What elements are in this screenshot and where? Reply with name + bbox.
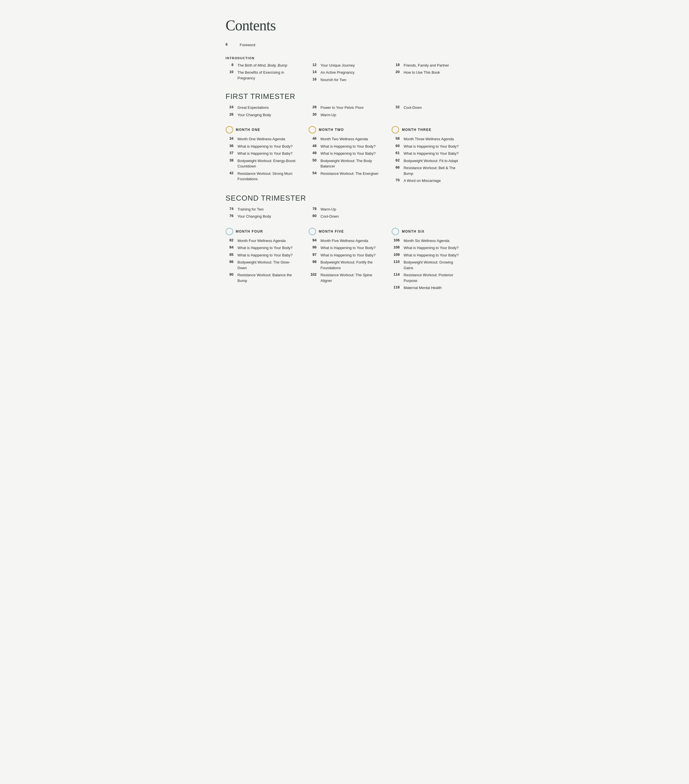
month-one-header: MONTH ONE [226, 126, 298, 133]
foreword-page: 6 [226, 42, 234, 48]
entry-80: 80 Cool-Down [309, 214, 380, 219]
second-trim-top-col3 [391, 207, 463, 221]
month-three-col: MONTH THREE 58Month Three Wellness Agend… [391, 122, 463, 185]
foreword-label: Foreword [240, 42, 255, 48]
second-trimester-title: SECOND TRIMESTER [226, 194, 464, 203]
month-five-label: MONTH FIVE [319, 229, 344, 234]
intro-entry-12: 12 Your Unique Journey [309, 63, 380, 68]
second-trimester-section: SECOND TRIMESTER 74 Training for Two 76 … [226, 194, 464, 292]
intro-entry-20: 20 How to Use This Book [391, 70, 463, 75]
first-trimester-top: 24 Great Expectations 26 Your Changing B… [226, 105, 464, 119]
entry-78: 78 Warm-Up [309, 207, 380, 212]
month-two-label: MONTH TWO [319, 128, 344, 132]
intro-entry-18: 18 Friends, Family and Partner [391, 63, 463, 68]
introduction-heading: INTRODUCTION [226, 56, 464, 60]
month-five-col: MONTH FIVE 94Month Five Wellness Agenda … [309, 224, 380, 292]
introduction-section: INTRODUCTION 8 The Birth of Mind, Body, … [226, 56, 464, 84]
entry-74: 74 Training for Two [226, 207, 298, 212]
month-three-label: MONTH THREE [402, 128, 432, 132]
introduction-columns: 8 The Birth of Mind, Body, Bump 10 The B… [226, 63, 464, 84]
month-three-circle [391, 126, 399, 133]
first-trimester-section: FIRST TRIMESTER 24 Great Expectations 26… [226, 92, 464, 185]
month-two-header: MONTH TWO [309, 126, 380, 133]
foreword-row: 6 Foreword [226, 42, 464, 48]
month-two-circle [309, 126, 316, 133]
page-title: Contents [226, 17, 464, 34]
month-one-col: MONTH ONE 34Month One Wellness Agenda 36… [226, 122, 298, 185]
entry-28: 28 Power to Your Pelvic Floor [309, 105, 380, 110]
intro-col2: 12 Your Unique Journey 14 An Active Preg… [309, 63, 380, 84]
month-two-col: MONTH TWO 46Month Two Wellness Agenda 48… [309, 122, 380, 185]
intro-entry-8: 8 The Birth of Mind, Body, Bump [226, 63, 298, 68]
month-four-header: MONTH FOUR [226, 228, 298, 235]
month-four-col: MONTH FOUR 82Month Four Wellness Agenda … [226, 224, 298, 292]
month-five-header: MONTH FIVE [309, 228, 380, 235]
intro-entry-16: 16 Nourish for Two [309, 77, 380, 83]
month-three-header: MONTH THREE [391, 126, 463, 133]
month-five-circle [309, 228, 316, 235]
first-trim-top-col2: 28 Power to Your Pelvic Floor 30 Warm-Up [309, 105, 380, 119]
first-trimester-title: FIRST TRIMESTER [226, 92, 464, 101]
first-trim-top-col1: 24 Great Expectations 26 Your Changing B… [226, 105, 298, 119]
month-six-col: MONTH SIX 106Month Six Wellness Agenda 1… [391, 224, 463, 292]
entry-24: 24 Great Expectations [226, 105, 298, 110]
first-trim-top-col3: 32 Cool-Down [391, 105, 463, 119]
second-trim-top-col2: 78 Warm-Up 80 Cool-Down [309, 207, 380, 221]
entry-32: 32 Cool-Down [391, 105, 463, 110]
month-six-circle [391, 228, 399, 235]
second-trimester-months: MONTH FOUR 82Month Four Wellness Agenda … [226, 224, 464, 292]
intro-col3: 18 Friends, Family and Partner 20 How to… [391, 63, 463, 84]
intro-entry-14: 14 An Active Pregnancy [309, 70, 380, 75]
intro-col1: 8 The Birth of Mind, Body, Bump 10 The B… [226, 63, 298, 84]
entry-76: 76 Your Changing Body [226, 214, 298, 219]
month-six-header: MONTH SIX [391, 228, 463, 235]
month-six-label: MONTH SIX [402, 229, 424, 234]
month-one-circle [226, 126, 233, 133]
month-four-label: MONTH FOUR [236, 229, 263, 234]
entry-30: 30 Warm-Up [309, 112, 380, 118]
second-trim-top-col1: 74 Training for Two 76 Your Changing Bod… [226, 207, 298, 221]
first-trimester-months: MONTH ONE 34Month One Wellness Agenda 36… [226, 122, 464, 185]
intro-entry-10: 10 The Benefits of Exercising in Pregnan… [226, 70, 298, 81]
entry-26: 26 Your Changing Body [226, 112, 298, 118]
month-four-circle [226, 228, 233, 235]
second-trimester-top: 74 Training for Two 76 Your Changing Bod… [226, 207, 464, 221]
month-one-label: MONTH ONE [236, 128, 261, 132]
